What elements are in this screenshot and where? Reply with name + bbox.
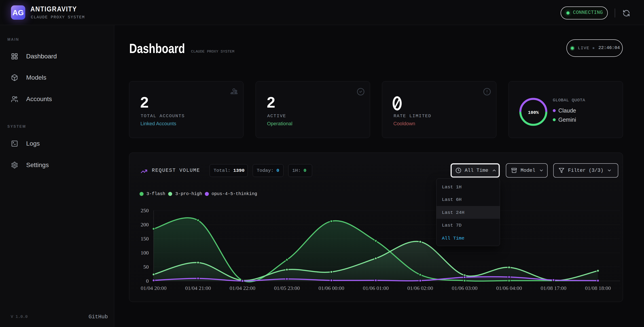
svg-text:01/05 23:00: 01/05 23:00 [274, 285, 300, 291]
svg-text:01/04 22:00: 01/04 22:00 [230, 285, 255, 291]
svg-text:100: 100 [141, 250, 149, 256]
svg-text:01/06 04:00: 01/06 04:00 [496, 285, 522, 291]
svg-text:01/06 01:00: 01/06 01:00 [363, 285, 389, 291]
svg-text:250: 250 [141, 208, 149, 214]
svg-text:200: 200 [141, 222, 149, 228]
svg-text:50: 50 [143, 264, 149, 270]
svg-text:01/04 21:00: 01/04 21:00 [185, 285, 211, 291]
svg-text:01/04 20:00: 01/04 20:00 [141, 285, 166, 291]
svg-text:100%: 100% [528, 110, 539, 115]
svg-text:150: 150 [141, 236, 149, 242]
svg-text:01/08 18:00: 01/08 18:00 [585, 285, 611, 291]
svg-text:01/06 02:00: 01/06 02:00 [408, 285, 433, 291]
svg-text:0: 0 [146, 278, 149, 284]
svg-text:01/08 17:00: 01/08 17:00 [541, 285, 566, 291]
svg-text:01/06 00:00: 01/06 00:00 [318, 285, 344, 291]
svg-text:01/06 03:00: 01/06 03:00 [452, 285, 478, 291]
